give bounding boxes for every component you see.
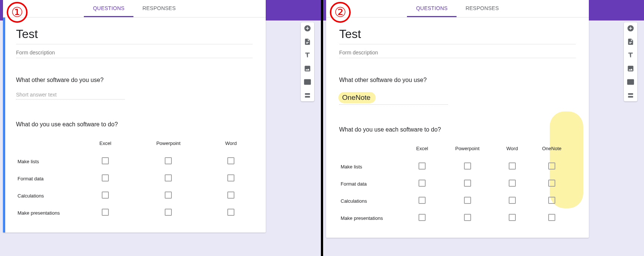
grid-row-label: Calculations <box>339 192 406 209</box>
add-section-icon[interactable] <box>627 92 634 99</box>
form-title-input[interactable] <box>339 25 576 44</box>
grid-col-header: Word <box>209 136 253 153</box>
form-body: What other software do you use? Short an… <box>3 18 266 233</box>
svg-rect-4 <box>305 96 310 98</box>
short-answer-placeholder[interactable]: Short answer text <box>16 92 125 99</box>
tabs: QUESTIONS RESPONSES <box>326 0 589 18</box>
question-2: What do you use each software to do? Exc… <box>339 105 576 227</box>
question-1: What other software do you use? S OneNot… <box>339 58 576 105</box>
checkbox[interactable] <box>227 209 234 216</box>
checkbox[interactable] <box>548 180 555 187</box>
svg-rect-2 <box>306 28 309 29</box>
grid-row-label: Make lists <box>16 153 83 170</box>
add-question-icon[interactable] <box>304 25 311 32</box>
checkbox[interactable] <box>509 162 516 170</box>
tab-responses[interactable]: RESPONSES <box>133 0 184 17</box>
grid-col-header: OneNote <box>528 141 576 158</box>
annotation-badge-2: ② <box>330 2 351 23</box>
grid-row-label: Make lists <box>339 158 406 175</box>
checkbox[interactable] <box>464 180 471 187</box>
question-2-title: What do you use each software to do? <box>339 126 576 133</box>
import-questions-icon[interactable] <box>304 38 311 45</box>
checkbox[interactable] <box>165 174 172 181</box>
add-image-icon[interactable] <box>627 65 634 72</box>
checkbox[interactable] <box>548 197 555 204</box>
checkbox[interactable] <box>102 174 109 181</box>
grid-row-label: Make presentations <box>339 209 406 227</box>
add-title-icon[interactable] <box>304 51 311 59</box>
side-toolbar <box>301 22 314 101</box>
panel-1: QUESTIONS RESPONSES What other software … <box>0 0 321 256</box>
annotation-badge-1: ① <box>7 2 28 23</box>
checkbox[interactable] <box>419 214 426 221</box>
checkbox[interactable] <box>464 214 471 221</box>
tab-questions[interactable]: QUESTIONS <box>407 0 457 17</box>
checkbox[interactable] <box>165 209 172 216</box>
question-2-title: What do you use each software to do? <box>16 121 253 128</box>
add-video-icon[interactable] <box>627 78 634 86</box>
checkbox[interactable] <box>165 157 172 164</box>
short-answer-sample-highlight: OneNote <box>338 92 376 103</box>
side-toolbar <box>624 22 637 101</box>
tab-responses[interactable]: RESPONSES <box>457 0 508 17</box>
form-card: QUESTIONS RESPONSES What other software … <box>3 0 266 233</box>
checkbox[interactable] <box>165 192 172 199</box>
svg-rect-8 <box>628 93 633 95</box>
grid-col-header: Excel <box>83 136 127 153</box>
question-1-title: What other software do you use? <box>16 77 253 83</box>
grid-table: Excel Powerpoint Word OneNote Make lists… <box>339 141 576 227</box>
short-answer-field[interactable]: S OneNote <box>339 92 448 105</box>
checkbox[interactable] <box>227 192 234 199</box>
add-image-icon[interactable] <box>304 65 311 72</box>
checkbox[interactable] <box>419 197 426 204</box>
checkbox[interactable] <box>509 214 516 221</box>
form-title-input[interactable] <box>16 25 253 44</box>
add-video-icon[interactable] <box>304 78 311 86</box>
checkbox[interactable] <box>509 180 516 187</box>
svg-rect-9 <box>628 96 633 98</box>
grid-col-header: Powerpoint <box>127 136 209 153</box>
grid-row-label: Calculations <box>16 187 83 204</box>
checkbox[interactable] <box>548 214 555 221</box>
grid-row-label: Format data <box>16 170 83 187</box>
question-1-title: What other software do you use? <box>339 77 576 83</box>
tab-questions[interactable]: QUESTIONS <box>84 0 133 17</box>
question-2: What do you use each software to do? Exc… <box>16 99 253 221</box>
checkbox[interactable] <box>419 180 426 187</box>
checkbox[interactable] <box>102 157 109 164</box>
grid-col-header: Excel <box>406 141 438 158</box>
form-body: What other software do you use? S OneNot… <box>326 18 589 238</box>
add-title-icon[interactable] <box>627 51 634 59</box>
accent-strip <box>3 18 5 233</box>
form-card: QUESTIONS RESPONSES What other software … <box>326 0 589 238</box>
checkbox[interactable] <box>464 162 471 170</box>
svg-rect-3 <box>305 93 310 95</box>
form-description-input[interactable] <box>339 44 576 58</box>
add-question-icon[interactable] <box>627 25 634 32</box>
checkbox[interactable] <box>227 157 234 164</box>
grid-row-label: Format data <box>339 175 406 192</box>
checkbox[interactable] <box>102 192 109 199</box>
grid-col-header: Powerpoint <box>438 141 497 158</box>
checkbox[interactable] <box>227 174 234 181</box>
panel-2: QUESTIONS RESPONSES What other software … <box>323 0 644 256</box>
grid-table: Excel Powerpoint Word Make lists Format … <box>16 136 253 221</box>
import-questions-icon[interactable] <box>627 38 634 45</box>
checkbox[interactable] <box>419 162 426 170</box>
grid-col-header: Word <box>496 141 527 158</box>
svg-rect-7 <box>629 28 632 29</box>
tabs: QUESTIONS RESPONSES <box>3 0 266 18</box>
form-description-input[interactable] <box>16 44 253 58</box>
question-1: What other software do you use? Short an… <box>16 58 253 99</box>
grid-row-label: Make presentations <box>16 204 83 221</box>
checkbox[interactable] <box>464 197 471 204</box>
checkbox[interactable] <box>102 209 109 216</box>
add-section-icon[interactable] <box>304 92 311 99</box>
checkbox[interactable] <box>548 162 555 170</box>
checkbox[interactable] <box>509 197 516 204</box>
